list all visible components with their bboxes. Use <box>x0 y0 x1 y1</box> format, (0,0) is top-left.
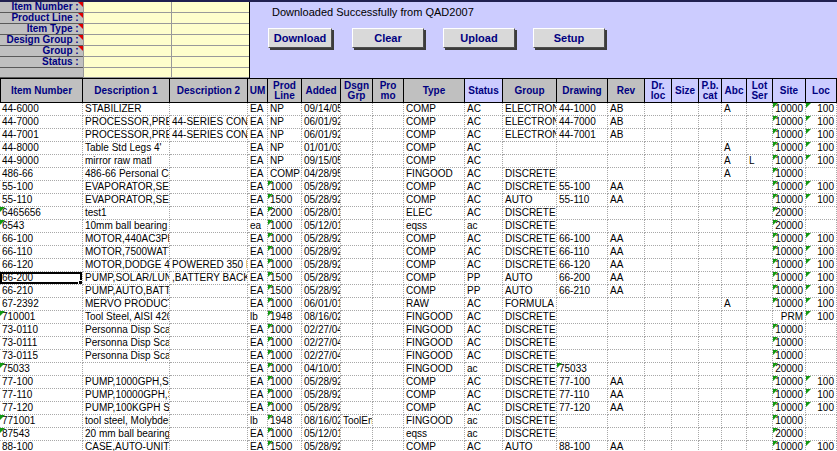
grid-cell-dsgn-grp[interactable] <box>341 428 373 441</box>
grid-cell-description-2[interactable]: POWERED 350 H <box>170 259 248 272</box>
grid-cell-description-1[interactable]: Personna Disp Scalp <box>83 350 170 363</box>
grid-cell-type[interactable]: COMP <box>404 402 465 415</box>
grid-cell-group[interactable]: DISCRETE <box>503 324 557 337</box>
grid-cell-prod-line[interactable]: 1948 <box>268 415 302 428</box>
grid-cell-pb-cat[interactable] <box>699 259 722 272</box>
grid-cell-loc[interactable] <box>806 207 837 220</box>
grid-cell-dr-loc[interactable] <box>645 103 672 116</box>
grid-cell-promo[interactable] <box>373 207 404 220</box>
grid-cell-type[interactable]: COMP <box>404 376 465 389</box>
grid-cell-lot-ser[interactable] <box>747 272 773 285</box>
grid-cell-prod-line[interactable]: 1000 <box>268 324 302 337</box>
column-header-prod-line[interactable]: Prod Line <box>268 78 302 103</box>
grid-cell-description-2[interactable]: 44-SERIES CONT <box>170 129 248 142</box>
grid-cell-size[interactable] <box>672 376 699 389</box>
grid-cell-type[interactable]: COMP <box>404 129 465 142</box>
grid-cell-pb-cat[interactable] <box>699 272 722 285</box>
grid-cell-loc[interactable]: 100 <box>806 246 837 259</box>
grid-cell-prod-line[interactable]: 1500 <box>268 285 302 298</box>
grid-cell-rev[interactable]: AA <box>608 233 645 246</box>
grid-cell-drawing[interactable]: 55-100 <box>557 181 608 194</box>
grid-cell-status[interactable]: AC <box>465 155 503 168</box>
grid-cell-promo[interactable] <box>373 116 404 129</box>
grid-cell-lot-ser[interactable] <box>747 376 773 389</box>
grid-cell-dsgn-grp[interactable]: ToolEng <box>341 415 373 428</box>
grid-cell-promo[interactable] <box>373 376 404 389</box>
grid-cell-loc[interactable]: 100 <box>806 259 837 272</box>
grid-cell-added[interactable]: 06/01/92 <box>302 129 341 142</box>
grid-cell-prod-line[interactable]: NP <box>268 116 302 129</box>
grid-cell-dsgn-grp[interactable] <box>341 103 373 116</box>
grid-cell-site[interactable]: 10000 <box>773 103 806 116</box>
grid-cell-pb-cat[interactable] <box>699 246 722 259</box>
grid-cell-status[interactable]: AC <box>465 337 503 350</box>
fill-handle[interactable] <box>78 280 83 285</box>
grid-cell-drawing[interactable] <box>557 324 608 337</box>
grid-cell-added[interactable]: 08/16/02 <box>302 311 341 324</box>
grid-cell-promo[interactable] <box>373 155 404 168</box>
grid-cell-um[interactable]: EA <box>248 428 268 441</box>
grid-cell-item-number[interactable]: 73-0115 <box>0 350 83 363</box>
setup-button[interactable]: Setup <box>533 28 605 48</box>
grid-cell-drawing[interactable]: 44-7000 <box>557 116 608 129</box>
grid-cell-loc[interactable]: 100 <box>806 285 837 298</box>
grid-cell-prod-line[interactable]: 1000 <box>268 376 302 389</box>
grid-cell-added[interactable]: 05/28/92 <box>302 194 341 207</box>
grid-cell-lot-ser[interactable] <box>747 337 773 350</box>
grid-cell-group[interactable]: DISCRETE <box>503 363 557 376</box>
selected-cell[interactable]: 66-200 <box>0 272 83 285</box>
grid-cell-description-1[interactable] <box>83 363 170 376</box>
grid-cell-dr-loc[interactable] <box>645 337 672 350</box>
grid-cell-dsgn-grp[interactable] <box>341 220 373 233</box>
grid-cell-loc[interactable]: 100 <box>806 441 837 451</box>
grid-cell-status[interactable]: AC <box>465 389 503 402</box>
grid-cell-abc[interactable] <box>722 207 747 220</box>
grid-cell-group[interactable]: ELECTRON <box>503 103 557 116</box>
grid-cell-type[interactable]: COMP <box>404 389 465 402</box>
grid-cell-added[interactable]: 01/01/03 <box>302 142 341 155</box>
grid-cell-promo[interactable] <box>373 402 404 415</box>
grid-cell-dsgn-grp[interactable] <box>341 363 373 376</box>
grid-cell-abc[interactable]: A <box>722 142 747 155</box>
grid-cell-abc[interactable] <box>722 441 747 451</box>
grid-cell-um[interactable]: EA <box>248 376 268 389</box>
grid-cell-description-1[interactable]: 20 mm ball bearing <box>83 428 170 441</box>
grid-cell-status[interactable]: ac <box>465 363 503 376</box>
grid-cell-rev[interactable]: AA <box>608 259 645 272</box>
grid-cell-promo[interactable] <box>373 441 404 451</box>
column-header-added[interactable]: Added <box>302 78 341 103</box>
grid-cell-abc[interactable] <box>722 402 747 415</box>
grid-cell-description-2[interactable] <box>170 298 248 311</box>
grid-cell-lot-ser[interactable] <box>747 441 773 451</box>
grid-cell-size[interactable] <box>672 350 699 363</box>
grid-cell-prod-line[interactable]: 1500 <box>268 272 302 285</box>
grid-cell-pb-cat[interactable] <box>699 324 722 337</box>
grid-cell-added[interactable]: 06/01/92 <box>302 116 341 129</box>
grid-cell-dsgn-grp[interactable] <box>341 272 373 285</box>
grid-cell-type[interactable]: COMP <box>404 103 465 116</box>
grid-cell-size[interactable] <box>672 220 699 233</box>
grid-cell-description-2[interactable] <box>170 428 248 441</box>
grid-cell-abc[interactable] <box>722 220 747 233</box>
grid-cell-site[interactable]: 10000 <box>773 194 806 207</box>
grid-cell-site[interactable]: 10000 <box>773 129 806 142</box>
grid-cell-group[interactable]: DISCRETE <box>503 259 557 272</box>
grid-cell-abc[interactable] <box>722 272 747 285</box>
grid-cell-drawing[interactable]: 77-110 <box>557 389 608 402</box>
grid-cell-um[interactable]: lb <box>248 415 268 428</box>
grid-cell-description-1[interactable]: EVAPORATOR,SEF <box>83 181 170 194</box>
grid-cell-item-number[interactable]: 44-7000 <box>0 116 83 129</box>
grid-cell-rev[interactable] <box>608 415 645 428</box>
grid-cell-added[interactable]: 04/28/95 <box>302 168 341 181</box>
grid-cell-group[interactable]: DISCRETE <box>503 415 557 428</box>
grid-cell-dr-loc[interactable] <box>645 402 672 415</box>
grid-cell-loc[interactable]: 100 <box>806 376 837 389</box>
grid-cell-added[interactable]: 04/10/01 <box>302 363 341 376</box>
upload-button[interactable]: Upload <box>443 28 515 48</box>
grid-cell-description-1[interactable]: Table Std Legs 4' <box>83 142 170 155</box>
grid-cell-dsgn-grp[interactable] <box>341 389 373 402</box>
grid-cell-status[interactable]: AC <box>465 116 503 129</box>
grid-cell-group[interactable]: DISCRETE <box>503 350 557 363</box>
grid-cell-loc[interactable]: 100 <box>806 402 837 415</box>
grid-cell-size[interactable] <box>672 389 699 402</box>
